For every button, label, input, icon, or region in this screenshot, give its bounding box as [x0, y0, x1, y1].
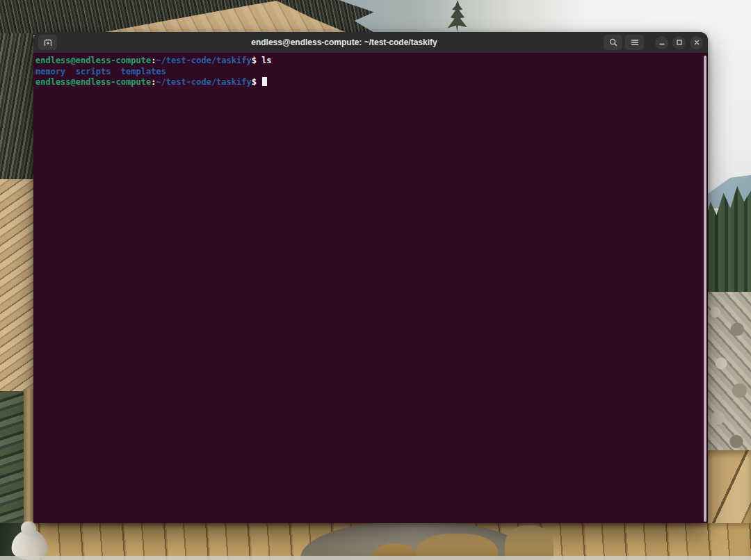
maximize-button[interactable] — [672, 36, 686, 49]
wallpaper-rocks — [705, 292, 751, 462]
terminal-text — [65, 67, 75, 76]
wallpaper-bottom-edge — [0, 556, 751, 560]
terminal-text: endless@endless-compute — [35, 56, 151, 65]
terminal-text: $ — [252, 77, 261, 87]
window-controls — [651, 36, 703, 49]
terminal-cursor — [262, 77, 267, 86]
terminal-window: endless@endless-compute: ~/test-code/tas… — [33, 32, 708, 523]
tab-plus-icon — [42, 37, 54, 48]
maximize-icon — [675, 38, 684, 47]
terminal-text: ls — [261, 56, 271, 65]
titlebar[interactable]: endless@endless-compute: ~/test-code/tas… — [33, 32, 708, 53]
terminal-line: endless@endless-compute:~/test-code/task… — [35, 77, 698, 88]
window-title: endless@endless-compute: ~/test-code/tas… — [60, 38, 601, 47]
terminal-text: scripts — [76, 67, 111, 76]
hamburger-icon — [629, 37, 640, 48]
terminal-text: memory — [35, 67, 65, 76]
wallpaper-left-shingles — [0, 179, 33, 391]
terminal-line: endless@endless-compute:~/test-code/task… — [35, 56, 698, 67]
search-icon — [608, 37, 619, 48]
new-tab-button[interactable] — [38, 35, 57, 50]
search-button[interactable] — [604, 35, 622, 50]
wallpaper-left-twigs — [0, 33, 33, 179]
close-button[interactable] — [690, 36, 703, 49]
terminal-text: $ — [252, 56, 261, 65]
terminal-text: ~/test-code/taskify — [156, 77, 251, 87]
terminal-output[interactable]: endless@endless-compute:~/test-code/task… — [33, 53, 708, 523]
terminal-text — [111, 67, 120, 76]
wallpaper-left-post — [24, 389, 33, 528]
wallpaper-stone — [505, 525, 554, 560]
terminal-line: memory scripts templates — [35, 67, 698, 78]
terminal-scrollbar[interactable] — [704, 56, 706, 522]
desktop: endless@endless-compute: ~/test-code/tas… — [0, 0, 751, 560]
close-icon — [693, 38, 701, 47]
minimize-button[interactable] — [655, 36, 668, 49]
terminal-text: ~/test-code/taskify — [156, 56, 251, 65]
minimize-icon — [658, 38, 666, 47]
menu-button[interactable] — [625, 35, 644, 50]
terminal-text: endless@endless-compute — [35, 77, 151, 87]
terminal-text: templates — [121, 67, 166, 76]
wallpaper-bird-head — [21, 521, 36, 535]
